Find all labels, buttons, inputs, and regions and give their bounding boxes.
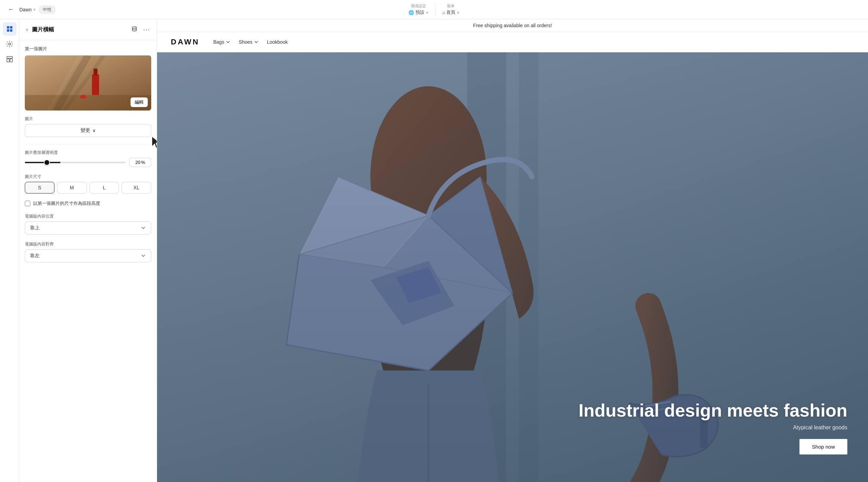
sidebar-blocks-btn[interactable] (3, 52, 17, 66)
svg-rect-0 (7, 26, 9, 29)
panel-title: 圖片橫幅 (32, 26, 54, 33)
size-btn-s[interactable]: S (25, 182, 54, 193)
sample-chevron-icon: ∨ (457, 10, 459, 15)
nav-shoes[interactable]: Shoes (239, 39, 259, 45)
icon-sidebar (0, 19, 19, 482)
svg-rect-14 (92, 74, 99, 95)
nav-lookbook[interactable]: Lookbook (267, 39, 288, 45)
main-layout: ‹ 圖片橫幅 ⋯ 第一張圖片 (0, 19, 868, 482)
desktop-align-select[interactable]: 靠左 (25, 249, 151, 262)
size-label: 圖片尺寸 (25, 174, 151, 180)
size-buttons: S M L XL (25, 182, 151, 193)
sample-selector[interactable]: ⌂ 首頁 ∨ (443, 9, 460, 15)
sample-label: 範本 (447, 3, 455, 9)
blocks-icon (6, 55, 13, 63)
section1-label: 第一張圖片 (25, 46, 151, 52)
sidebar-settings-btn[interactable] (3, 37, 17, 51)
overlay-section: 圖片疊加層透明度 20 % (25, 150, 151, 167)
svg-rect-5 (7, 56, 12, 58)
bags-chevron-icon (226, 40, 230, 44)
change-btn-container: 變更 ∨ (25, 124, 151, 137)
store-nav: Bags Shoes Lookbook (213, 39, 288, 45)
announcement-bar: Free shipping available on all orders! (157, 19, 868, 32)
image-preview: 編輯 (25, 55, 151, 111)
hero-subtitle: Atypical leather goods (579, 425, 847, 431)
nav-bags[interactable]: Bags (213, 39, 230, 45)
env-section: 環境設定 🌐 預設 ∨ (402, 3, 436, 15)
back-button[interactable]: ← (6, 4, 17, 15)
store-frame: Free shipping available on all orders! D… (157, 19, 868, 482)
desktop-pos-select[interactable]: 靠上 (25, 221, 151, 234)
desktop-pos-label: 電腦版內容位置 (25, 213, 151, 219)
store-hero: Industrial design meets fashion Atypical… (157, 52, 868, 482)
svg-point-16 (80, 95, 86, 99)
preview-area: Free shipping available on all orders! D… (157, 19, 868, 482)
env-chevron-icon: ∨ (426, 10, 428, 15)
overlay-slider[interactable] (25, 162, 126, 163)
height-checkbox[interactable] (25, 201, 30, 206)
align-select-chevron-icon (141, 253, 146, 259)
hero-title: Industrial design meets fashion (579, 401, 847, 420)
store-logo: DAWN (171, 38, 199, 46)
theme-selector[interactable]: Dawn ∨ (19, 7, 36, 12)
svg-rect-1 (10, 26, 12, 29)
panel-back-button[interactable]: ‹ (25, 25, 29, 34)
globe-icon: 🌐 (409, 10, 414, 15)
svg-rect-7 (10, 59, 12, 62)
desktop-align-label: 電腦版內容對齊 (25, 241, 151, 247)
home-icon: ⌂ (443, 10, 445, 15)
size-section: 圖片尺寸 S M L XL (25, 174, 151, 193)
image-field-label: 圖片 (25, 116, 151, 122)
store-header: DAWN Bags Shoes Lo (157, 32, 868, 52)
env-selector[interactable]: 🌐 預設 ∨ (409, 9, 428, 15)
back-chevron-icon: ‹ (26, 27, 28, 32)
overlay-value: 20 % (129, 158, 151, 167)
hero-content: Industrial design meets fashion Atypical… (579, 401, 847, 454)
database-icon (131, 26, 137, 32)
shoes-chevron-icon (254, 40, 259, 44)
checkbox-label: 以第一張圖片的尺寸作為區段高度 (33, 200, 100, 207)
settings-icon (6, 40, 13, 48)
panel-content: 第一張圖片 (19, 40, 157, 482)
svg-point-8 (132, 27, 136, 28)
sections-icon (6, 25, 13, 33)
topbar: ← Dawn ∨ 中性 環境設定 🌐 預設 ∨ 範本 ⌂ 首頁 ∨ (0, 0, 868, 19)
panel-header-actions: ⋯ (130, 24, 151, 35)
divider1 (25, 144, 151, 144)
sample-section: 範本 ⌂ 首頁 ∨ (436, 3, 467, 15)
svg-rect-3 (10, 29, 12, 32)
panel-header-left: ‹ 圖片橫幅 (25, 25, 54, 34)
select-chevron-icon (141, 225, 146, 231)
svg-rect-6 (7, 59, 9, 62)
checkbox-row: 以第一張圖片的尺寸作為區段高度 (25, 200, 151, 207)
size-btn-l[interactable]: L (90, 182, 119, 193)
theme-chevron: ∨ (33, 7, 36, 12)
svg-point-4 (9, 43, 11, 45)
svg-rect-2 (7, 29, 9, 32)
sidebar-sections-btn[interactable] (3, 22, 17, 36)
shop-now-button[interactable]: Shop now (799, 439, 847, 454)
change-chevron-icon: ∨ (92, 128, 96, 133)
svg-rect-15 (94, 69, 97, 75)
env-label: 環境設定 (411, 3, 426, 9)
panel-header: ‹ 圖片橫幅 ⋯ (19, 19, 157, 40)
desktop-pos-section: 電腦版內容位置 靠上 (25, 213, 151, 234)
desktop-align-section: 電腦版內容對齊 靠左 (25, 241, 151, 262)
change-image-button[interactable]: 變更 ∨ (25, 124, 151, 137)
panel-menu-button[interactable]: ⋯ (142, 24, 151, 35)
slider-row: 20 % (25, 158, 151, 167)
topbar-center: 環境設定 🌐 預設 ∨ 範本 ⌂ 首頁 ∨ (402, 3, 467, 15)
size-btn-m[interactable]: M (57, 182, 87, 193)
cursor-overlay (151, 136, 157, 151)
panel: ‹ 圖片橫幅 ⋯ 第一張圖片 (19, 19, 157, 482)
neutral-badge[interactable]: 中性 (39, 5, 56, 14)
cursor-icon (151, 136, 157, 149)
overlay-label: 圖片疊加層透明度 (25, 150, 151, 156)
panel-database-button[interactable] (130, 24, 139, 35)
size-btn-xl[interactable]: XL (122, 182, 151, 193)
edit-image-button[interactable]: 編輯 (131, 97, 148, 107)
